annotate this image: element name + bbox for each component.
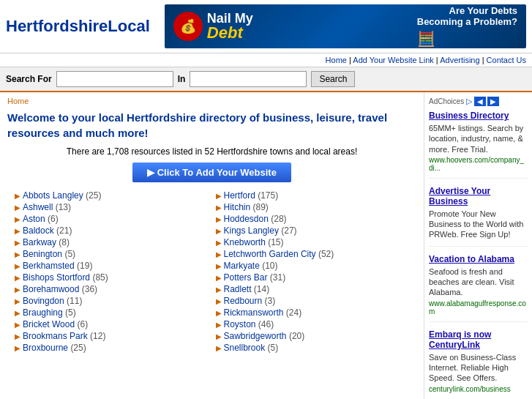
sidebar-ad-title[interactable]: Advertise Your Business: [429, 186, 528, 206]
town-arrow-icon: ▶: [15, 250, 20, 258]
town-item: ▶Brookmans Park (12): [15, 330, 209, 342]
town-arrow-icon: ▶: [216, 309, 222, 317]
town-item: ▶Radlett (14): [216, 283, 410, 295]
town-link[interactable]: Brookmans Park (12): [23, 331, 105, 341]
town-item: ▶Aston (6): [15, 213, 209, 225]
town-link[interactable]: Braughing (5): [23, 307, 76, 318]
banner-calculator: 🧮: [417, 30, 517, 48]
nav-home[interactable]: Home: [326, 56, 347, 64]
town-item: ▶Borehamwood (36): [15, 283, 209, 295]
town-link[interactable]: Rickmansworth (24): [224, 307, 302, 318]
town-link[interactable]: Snellbrook (5): [224, 343, 279, 353]
sidebar-ad-title[interactable]: Vacation to Alabama: [429, 254, 528, 264]
town-link[interactable]: Bovingdon (11): [23, 296, 82, 306]
stats-text: There are 1,708 resources listed in 52 H…: [7, 146, 416, 157]
town-arrow-icon: ▶: [15, 309, 20, 317]
town-item: ▶Braughing (5): [15, 307, 209, 318]
nav-contact[interactable]: Contact Us: [487, 56, 526, 64]
town-link[interactable]: Kings Langley (27): [224, 225, 297, 236]
town-link[interactable]: Hertford (175): [224, 190, 279, 201]
town-link[interactable]: Knebworth (15): [224, 237, 284, 247]
town-link[interactable]: Ashwell (13): [23, 202, 71, 212]
town-arrow-icon: ▶: [15, 215, 20, 223]
town-arrow-icon: ▶: [216, 286, 222, 294]
town-arrow-icon: ▶: [216, 297, 222, 305]
town-link[interactable]: Berkhamsted (19): [23, 261, 92, 271]
town-item: ▶Hertford (175): [216, 190, 410, 201]
town-link[interactable]: Barkway (8): [23, 237, 70, 247]
search-button[interactable]: Search: [311, 71, 355, 87]
town-link[interactable]: Aston (6): [23, 214, 59, 224]
town-link[interactable]: Bishops Stortford (85): [23, 272, 108, 283]
town-link[interactable]: Borehamwood (36): [23, 284, 97, 294]
town-count: (5): [65, 307, 76, 318]
town-count: (5): [64, 249, 75, 259]
town-item: ▶Sawbridgeworth (20): [216, 330, 410, 342]
ad-nav: ◀ ▶: [474, 97, 499, 106]
sidebar-ad-text: 65MM+ listings. Search by location, indu…: [429, 124, 523, 154]
town-link[interactable]: Redbourn (3): [224, 296, 276, 306]
town-link[interactable]: Bricket Wood (6): [23, 319, 88, 329]
town-link[interactable]: Letchworth Garden City (52): [224, 249, 334, 259]
town-count: (8): [59, 237, 70, 247]
town-count: (89): [253, 202, 269, 212]
sidebar-ad-link[interactable]: www.alabamagulfresponse.com: [429, 299, 528, 316]
town-item: ▶Berkhamsted (19): [15, 260, 209, 272]
town-item: ▶Abbots Langley (25): [15, 190, 209, 201]
town-arrow-icon: ▶: [216, 204, 222, 212]
towns-left-column: ▶Abbots Langley (25)▶Ashwell (13)▶Aston …: [15, 190, 209, 354]
content: Home Welcome to your local Hertfordshire…: [0, 92, 424, 399]
town-link[interactable]: Potters Bar (31): [224, 272, 286, 283]
ad-next-button[interactable]: ▶: [487, 97, 499, 106]
town-item: ▶Letchworth Garden City (52): [216, 248, 410, 260]
add-website-button[interactable]: ▶ Click To Add Your Website: [132, 163, 291, 182]
sidebar-ad-text: Save on Business-Class Internet. Reliabl…: [429, 353, 516, 383]
nav-advertising[interactable]: Advertising: [440, 56, 479, 64]
town-link[interactable]: Royston (46): [224, 319, 274, 329]
search-for-input[interactable]: [56, 71, 173, 87]
town-count: (27): [281, 225, 296, 236]
town-link[interactable]: Hoddesdon (28): [224, 214, 287, 224]
banner-title: Nail My Debt: [207, 12, 253, 41]
banner: 💰 Nail My Debt Are Your Debts Becoming a…: [165, 4, 526, 48]
logo-part2: Local: [108, 17, 149, 35]
town-link[interactable]: Radlett (14): [224, 284, 270, 294]
logo: HertfordshireLocal: [6, 17, 150, 36]
logo-part1: Hertfordshire: [6, 17, 108, 35]
nav-bar: Home | Add Your Website Link | Advertisi…: [0, 53, 532, 67]
breadcrumb[interactable]: Home: [7, 97, 416, 105]
town-count: (52): [318, 249, 334, 259]
town-link[interactable]: Hitchin (89): [224, 202, 269, 212]
town-item: ▶Knebworth (15): [216, 236, 410, 248]
sidebar-ad-title[interactable]: Embarq is now CenturyLink: [429, 329, 528, 350]
town-link[interactable]: Baldock (21): [23, 225, 72, 236]
town-link[interactable]: Broxbourne (25): [23, 343, 86, 353]
sidebar-ad-title[interactable]: Business Directory: [429, 111, 528, 121]
town-link[interactable]: Benington (5): [23, 249, 75, 259]
sidebar-ad: Advertise Your BusinessPromote Your New …: [429, 186, 528, 247]
header: HertfordshireLocal 💰 Nail My Debt Are Yo…: [0, 0, 532, 53]
ad-prev-button[interactable]: ◀: [474, 97, 486, 106]
town-count: (85): [92, 272, 108, 283]
town-count: (6): [77, 319, 88, 329]
town-item: ▶Potters Bar (31): [216, 272, 410, 283]
sidebar-ad-link[interactable]: www.hoovers.com/company_di...: [429, 156, 528, 172]
adchoices-label: AdChoices: [429, 97, 464, 105]
nav-add-link[interactable]: Add Your Website Link: [353, 56, 433, 64]
town-link[interactable]: Abbots Langley (25): [23, 190, 101, 201]
sidebar-ad-link[interactable]: centurylink.com/business: [429, 385, 528, 393]
town-arrow-icon: ▶: [15, 239, 20, 247]
sidebar: AdChoices ▷ ◀ ▶ Business Directory65MM+ …: [424, 92, 532, 399]
town-link[interactable]: Markyate (10): [224, 261, 278, 271]
sidebar-ad: Vacation to AlabamaSeafood is fresh and …: [429, 254, 528, 322]
banner-tagline: Are Your Debts Becoming a Problem? 🧮: [417, 5, 517, 48]
town-count: (3): [265, 296, 276, 306]
town-arrow-icon: ▶: [15, 286, 20, 294]
sidebar-ad-text: Promote Your New Business to the World w…: [429, 209, 523, 239]
town-link[interactable]: Sawbridgeworth (20): [224, 331, 305, 341]
search-in-input[interactable]: [190, 71, 307, 87]
town-arrow-icon: ▶: [15, 192, 20, 200]
town-count: (24): [286, 307, 301, 318]
town-count: (14): [254, 284, 269, 294]
town-item: ▶Baldock (21): [15, 225, 209, 236]
